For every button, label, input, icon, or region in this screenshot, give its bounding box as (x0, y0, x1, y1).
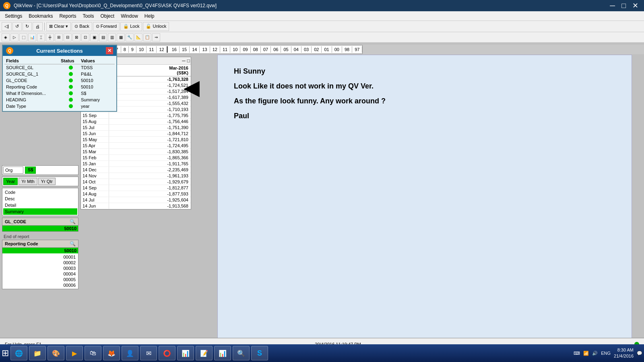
taskbar-icon-word[interactable]: 📝 (196, 346, 213, 360)
menu-reports[interactable]: Reports (56, 12, 79, 20)
gl-code-header: GL_CODE 🔍 (2, 218, 78, 226)
tab-number[interactable]: 06 (271, 46, 281, 53)
tab-number[interactable]: 9 (129, 46, 136, 53)
tab-number[interactable]: 97 (352, 46, 362, 53)
maximize-data-icon[interactable]: □ (187, 58, 190, 64)
taskbar-icon-user[interactable]: 👤 (122, 346, 138, 360)
tab-number[interactable]: 03 (301, 46, 312, 53)
tb2-18[interactable]: ⇒ (152, 33, 160, 41)
rc-item[interactable]: 00006 (3, 282, 77, 288)
taskbar-icon-media[interactable]: ▶ (66, 346, 83, 360)
minimize-button[interactable]: ─ (607, 2, 617, 10)
toolbar-print[interactable]: 🖨 (33, 22, 43, 31)
tb2-9[interactable]: ⊠ (72, 33, 80, 41)
tab-number[interactable]: 12 (210, 46, 220, 53)
rc-item[interactable]: 00003 (3, 265, 77, 271)
heading-code[interactable]: Code (3, 189, 77, 195)
rc-item[interactable]: 00004 (3, 271, 77, 277)
clear-button[interactable]: ⊠ Clear ▾ (46, 22, 71, 31)
close-button[interactable]: ✕ (630, 2, 641, 10)
tab-number[interactable]: 15 (180, 46, 190, 53)
rc-item[interactable]: 00002 (3, 260, 77, 265)
heading-detail[interactable]: Detail (3, 202, 77, 208)
tab-number[interactable]: 07 (261, 46, 271, 53)
tb2-1[interactable]: ◈ (2, 33, 10, 41)
menu-tools[interactable]: Tools (79, 12, 97, 20)
tab-number[interactable]: 04 (291, 46, 301, 53)
tab-yr-qtr[interactable]: Yr Qtr (38, 178, 56, 185)
minimize-data-icon[interactable]: ─ (182, 58, 186, 64)
tab-number[interactable]: 10 (230, 46, 240, 53)
tb2-4[interactable]: 📊 (28, 33, 36, 41)
tab-number[interactable]: 12 (157, 46, 167, 53)
start-button[interactable]: ⊞ (2, 348, 9, 358)
tb2-14[interactable]: ▦ (117, 33, 125, 41)
rc-item[interactable]: 00001 (3, 254, 77, 260)
tab-number[interactable]: 8 (121, 46, 129, 53)
tab-number[interactable]: 10 (136, 46, 147, 53)
tb2-12[interactable]: ▤ (99, 33, 107, 41)
menu-object[interactable]: Object (97, 12, 118, 20)
taskbar-icon-ppt[interactable]: 📊 (214, 346, 231, 360)
taskbar-icon-explorer[interactable]: 📁 (29, 346, 46, 360)
lock-button[interactable]: 🔒 Lock (120, 22, 142, 31)
taskbar-icon-ie[interactable]: 🌐 (10, 346, 27, 360)
tab-number[interactable]: 02 (312, 46, 322, 53)
tb2-2[interactable]: ▷ (10, 33, 19, 41)
toolbar-icon3[interactable]: ↻ (23, 22, 32, 31)
tab-number[interactable]: 00 (332, 46, 342, 53)
tab-number[interactable]: 01 (322, 46, 332, 53)
value-cell: -1,517,284 (109, 88, 191, 94)
tb2-11[interactable]: ▣ (90, 33, 98, 41)
tb2-13[interactable]: ▥ (108, 33, 116, 41)
tb2-5[interactable]: ⌶ (37, 33, 45, 41)
menu-window[interactable]: Window (118, 12, 141, 20)
tab-number[interactable]: 14 (190, 46, 200, 53)
taskbar-icon-store[interactable]: 🛍 (85, 346, 101, 360)
tb2-8[interactable]: ⊟ (64, 33, 72, 41)
tb2-10[interactable]: ⊡ (81, 33, 89, 41)
taskbar-icon-opera[interactable]: ⭕ (159, 346, 175, 360)
maximize-button[interactable]: □ (619, 2, 628, 10)
heading-summary[interactable]: Summary (3, 208, 77, 215)
taskbar-icon-mail[interactable]: ✉ (140, 346, 157, 360)
rc-item[interactable]: 00005 (3, 277, 77, 282)
org-value[interactable]: S$ (25, 167, 36, 174)
tab-number[interactable]: 13 (200, 46, 210, 53)
gl-search-icon[interactable]: 🔍 (70, 219, 76, 224)
taskbar-icon-excel[interactable]: 📊 (177, 346, 194, 360)
heading-desc[interactable]: Desc (3, 195, 77, 202)
tb2-3[interactable]: ⬚ (19, 33, 27, 41)
taskbar-icon-search[interactable]: 🔍 (233, 346, 250, 360)
rc-selected-value[interactable]: 50010 (2, 248, 78, 253)
panel-close-button[interactable]: ✕ (106, 47, 113, 54)
forward-button[interactable]: ⊙ Forward (93, 22, 120, 31)
tb2-6[interactable]: ╪ (46, 33, 54, 41)
tab-number[interactable]: 08 (251, 46, 261, 53)
unlock-button[interactable]: 🔓 Unlock (143, 22, 169, 31)
tb2-7[interactable]: ⊞ (55, 33, 63, 41)
tab-year[interactable]: Year (3, 178, 18, 185)
taskbar-icon-firefox[interactable]: 🦊 (103, 346, 120, 360)
tab-number[interactable]: 16 (169, 46, 180, 53)
sel-field-name: What If Dimension... (6, 91, 61, 96)
tab-number[interactable]: 05 (281, 46, 291, 53)
tab-yr-mth[interactable]: Yr Mth (19, 178, 37, 185)
menu-settings[interactable]: Settings (2, 12, 25, 20)
tb2-15[interactable]: 🔧 (126, 33, 134, 41)
tab-number[interactable]: 98 (342, 46, 352, 53)
taskbar-icon-paint[interactable]: 🎨 (47, 346, 64, 360)
tab-number[interactable]: 09 (240, 46, 250, 53)
taskbar-icon-skype[interactable]: S (251, 346, 268, 360)
toolbar-icon1[interactable]: ◁| (2, 22, 12, 31)
tb2-16[interactable]: 📐 (134, 33, 142, 41)
tab-number[interactable]: 11 (147, 46, 157, 53)
gl-code-value[interactable]: 50010 (2, 226, 78, 231)
menu-bookmarks[interactable]: Bookmarks (25, 12, 56, 20)
toolbar-icon2[interactable]: ↺ (12, 22, 22, 31)
back-button[interactable]: ⊙ Back (72, 22, 92, 31)
menu-help[interactable]: Help (141, 12, 158, 20)
tb2-17[interactable]: 📋 (143, 33, 151, 41)
tab-number[interactable]: 11 (220, 46, 230, 53)
rc-search-icon[interactable]: 🔍 (70, 241, 76, 247)
